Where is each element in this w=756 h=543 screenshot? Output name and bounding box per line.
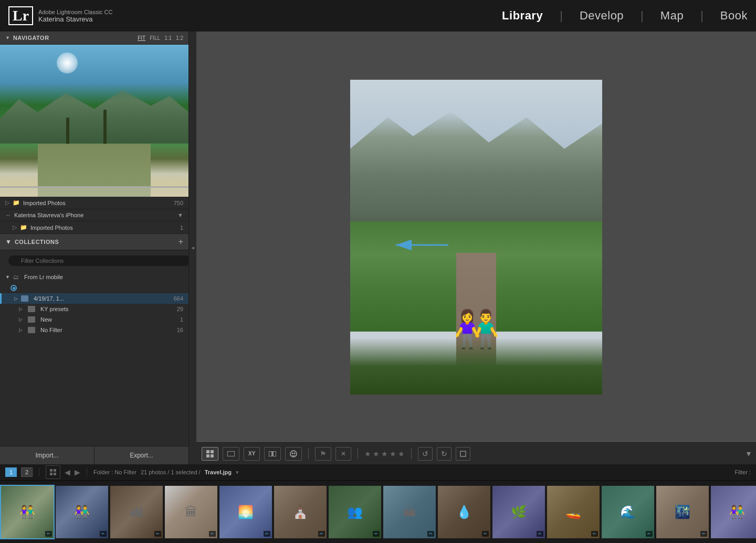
film-thumb-inner-1: 👫 bbox=[1, 486, 54, 538]
status-prev-button[interactable]: ◀ bbox=[65, 468, 70, 476]
toolbar-separator-1 bbox=[308, 449, 309, 459]
export-button[interactable]: Export... bbox=[94, 446, 188, 464]
grid-icon bbox=[206, 450, 214, 457]
svg-rect-15 bbox=[50, 473, 52, 475]
tab-map[interactable]: Map bbox=[660, 9, 684, 23]
svg-rect-12 bbox=[460, 451, 466, 456]
navigator-controls: FIT FILL 1:1 1:2 bbox=[138, 35, 183, 41]
collections-triangle[interactable]: ▼ bbox=[5, 238, 12, 246]
lr-logo: Lr bbox=[8, 6, 33, 25]
navigator-title: Navigator bbox=[13, 35, 134, 41]
film-thumb-5[interactable]: 🌅✏ bbox=[219, 486, 272, 538]
left-sidebar: ▼ Navigator FIT FILL 1:1 1:2 bbox=[0, 31, 189, 464]
thumb-badge-13: ✏ bbox=[700, 531, 707, 537]
status-folder-label: Folder : No Filter bbox=[93, 469, 136, 475]
source-imported-main[interactable]: ▷ 📁 Imported Photos 750 bbox=[0, 197, 188, 209]
view-survey-button[interactable] bbox=[285, 447, 302, 461]
star-1[interactable]: ★ bbox=[364, 450, 371, 458]
star-rating: ★ ★ ★ ★ ★ bbox=[364, 450, 405, 458]
collection-group-from-lr-mobile[interactable]: ▼ 🗂 From Lr mobile bbox=[0, 271, 188, 283]
tab-develop[interactable]: Develop bbox=[580, 9, 624, 23]
import-button[interactable]: Import... bbox=[0, 446, 94, 464]
ratio1-button[interactable]: 1:1 bbox=[164, 35, 172, 41]
view-xy-button[interactable]: XY bbox=[244, 447, 260, 461]
group-label: From Lr mobile bbox=[24, 274, 183, 280]
star-5[interactable]: ★ bbox=[398, 450, 405, 458]
thumb-badge-7: ✏ bbox=[373, 531, 380, 537]
navigator-preview[interactable] bbox=[0, 45, 188, 197]
svg-rect-6 bbox=[227, 451, 235, 456]
svg-rect-8 bbox=[273, 451, 276, 456]
film-thumb-8[interactable]: 🏔✏ bbox=[383, 486, 436, 538]
flag-button[interactable]: ⚑ bbox=[315, 447, 331, 461]
rotate-left-button[interactable]: ↺ bbox=[418, 447, 433, 461]
film-thumb-12[interactable]: 🌊✏ bbox=[602, 486, 654, 538]
toolbar-more-button[interactable]: ▾ bbox=[747, 449, 751, 459]
source-expand-icon: ▷ bbox=[5, 199, 9, 206]
page-1-button[interactable]: 1 bbox=[5, 467, 17, 477]
film-thumb-14[interactable]: 👫 bbox=[711, 486, 756, 538]
film-thumb-10[interactable]: 🌿✏ bbox=[492, 486, 545, 538]
sources-panel: ▷ 📁 Imported Photos 750 ↔ Katerina Stavr… bbox=[0, 197, 188, 234]
source-imported-iphone[interactable]: ▷ 📁 Imported Photos 1 bbox=[0, 221, 188, 234]
collections-panel: ▼ Collections + ▼ 🗂 From Lr mobile bbox=[0, 234, 188, 446]
source-iphone[interactable]: ↔ Katerina Stavreva's iPhone ▼ bbox=[0, 209, 188, 221]
source-label-main: Imported Photos bbox=[23, 200, 171, 206]
svg-rect-2 bbox=[206, 450, 209, 453]
film-thumb-inner-11: 🚤 bbox=[547, 486, 600, 538]
star-4[interactable]: ★ bbox=[390, 450, 396, 458]
source-label-iphone-photos: Imported Photos bbox=[30, 225, 177, 231]
svg-rect-13 bbox=[50, 469, 52, 472]
nav-divider-2: | bbox=[640, 9, 644, 23]
survey-icon bbox=[290, 450, 297, 457]
page-2-button[interactable]: 2 bbox=[21, 467, 33, 477]
film-thumb-2[interactable]: 👫✏ bbox=[56, 486, 108, 538]
thumb-badge-5: ✏ bbox=[264, 531, 270, 537]
film-thumb-3[interactable]: 🏙✏ bbox=[110, 486, 163, 538]
film-thumb-inner-14: 👫 bbox=[711, 486, 756, 538]
film-thumb-6[interactable]: ⛪✏ bbox=[274, 486, 327, 538]
ratio2-button[interactable]: 1:2 bbox=[176, 35, 183, 41]
collections-search-input[interactable] bbox=[8, 255, 188, 266]
star-2[interactable]: ★ bbox=[373, 450, 380, 458]
status-dropdown-icon[interactable]: ▾ bbox=[236, 469, 239, 476]
status-grid-icon[interactable] bbox=[46, 465, 60, 479]
star-3[interactable]: ★ bbox=[381, 450, 388, 458]
fit-button[interactable]: FIT bbox=[138, 35, 145, 41]
film-thumb-13[interactable]: 🌃✏ bbox=[656, 486, 709, 538]
film-thumb-7[interactable]: 👥✏ bbox=[329, 486, 381, 538]
collection-folder-icon-new bbox=[28, 316, 35, 323]
fill-button[interactable]: FILL bbox=[150, 35, 160, 41]
film-thumb-9[interactable]: 💧✏ bbox=[438, 486, 490, 538]
status-next-button[interactable]: ▶ bbox=[75, 468, 80, 476]
thumb-badge-2: ✏ bbox=[100, 531, 107, 537]
navigator-triangle[interactable]: ▼ bbox=[5, 35, 10, 40]
thumb-badge-8: ✏ bbox=[427, 531, 434, 537]
film-thumb-4[interactable]: 🏛✏ bbox=[165, 486, 217, 538]
collections-add-button[interactable]: + bbox=[178, 237, 183, 247]
collection-item-date[interactable]: ▷ 4/19/17, 1... 664 bbox=[0, 293, 188, 304]
film-thumb-11[interactable]: 🚤✏ bbox=[547, 486, 600, 538]
collections-search-container bbox=[0, 250, 188, 271]
status-filename[interactable]: Travel.jpg bbox=[205, 469, 232, 475]
arrow-annotation bbox=[391, 232, 454, 258]
crop-icon bbox=[459, 450, 467, 457]
main-layout: ▼ Navigator FIT FILL 1:1 1:2 bbox=[0, 31, 756, 464]
main-photo-container: 👫 bbox=[350, 80, 602, 395]
left-panel-collapse-handle[interactable] bbox=[189, 31, 196, 464]
rotate-right-button[interactable]: ↻ bbox=[437, 447, 452, 461]
sidebar-footer: Import... Export... bbox=[0, 446, 188, 464]
collection-item-new[interactable]: ▷ New 1 bbox=[0, 314, 188, 325]
view-compare-button[interactable] bbox=[264, 447, 281, 461]
view-loupe-button[interactable] bbox=[223, 447, 239, 461]
view-grid-button[interactable] bbox=[202, 447, 218, 461]
collection-item-ky[interactable]: ▷ KY presets 29 bbox=[0, 304, 188, 314]
tab-library[interactable]: Library bbox=[502, 9, 543, 23]
tab-book[interactable]: Book bbox=[720, 9, 748, 23]
collection-item-nofilter[interactable]: ▷ No Filter 16 bbox=[0, 325, 188, 335]
film-thumb-1[interactable]: 👫✏ bbox=[1, 486, 54, 538]
reject-button[interactable]: ✕ bbox=[335, 447, 351, 461]
svg-point-10 bbox=[292, 452, 293, 454]
crop-button[interactable] bbox=[456, 447, 470, 461]
collection-expand-icon-ky: ▷ bbox=[19, 306, 23, 312]
